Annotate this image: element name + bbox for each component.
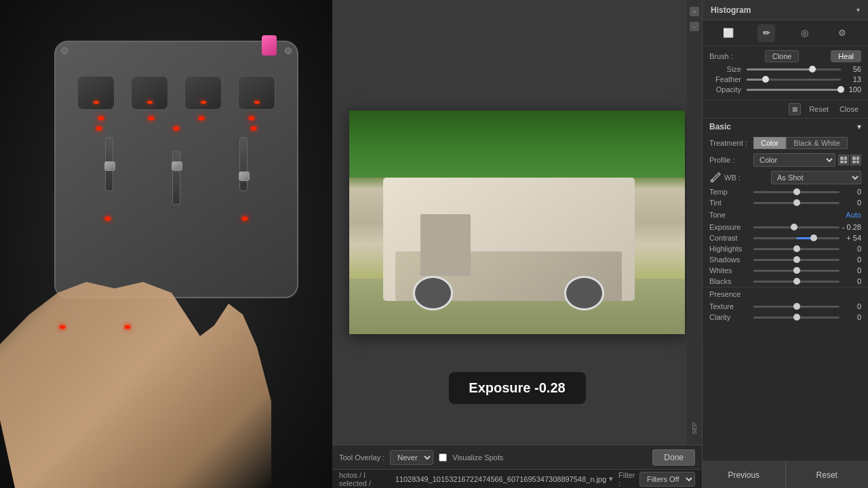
- treatment-row: Treatment : Color Black & White: [703, 135, 868, 151]
- grid-btn-1[interactable]: [838, 155, 849, 165]
- side-strip-btn-2[interactable]: –: [690, 22, 699, 31]
- tint-track[interactable]: [753, 202, 840, 204]
- presence-label: Presence: [709, 290, 741, 298]
- tool-overlay-select[interactable]: Never: [390, 450, 433, 465]
- ctrl-btn-3[interactable]: [184, 76, 222, 110]
- clarity-track[interactable]: [753, 317, 840, 319]
- clarity-label: Clarity: [709, 313, 753, 321]
- heal-button[interactable]: Heal: [831, 50, 861, 62]
- ctrl-btn-4[interactable]: [238, 76, 275, 110]
- temp-track[interactable]: [753, 191, 840, 193]
- done-button[interactable]: Done: [652, 449, 695, 466]
- side-strip-btn-1[interactable]: +: [690, 7, 699, 16]
- left-panel: [0, 0, 332, 488]
- exposure-track[interactable]: [753, 226, 840, 228]
- adjustments-list[interactable]: Basic ▾ Treatment : Color Black & White …: [703, 119, 868, 461]
- tint-value: 0: [840, 199, 861, 207]
- histogram-arrow: ▾: [856, 6, 860, 14]
- slider-led-1: [96, 127, 102, 130]
- grid-btn-2[interactable]: [850, 155, 861, 165]
- controller-slider-1[interactable]: [105, 137, 113, 191]
- profile-grid-buttons: [838, 155, 861, 165]
- opacity-track[interactable]: [747, 89, 841, 91]
- side-strip: + – SEP: [687, 0, 702, 445]
- treatment-label: Treatment :: [709, 139, 753, 147]
- bottom-led-1: [105, 217, 111, 220]
- heal-tool-icon[interactable]: ◎: [795, 24, 813, 42]
- exposure-overlay: Exposure -0.28: [448, 372, 585, 404]
- eyedropper-icon[interactable]: [709, 171, 722, 184]
- highlights-label: Highlights: [709, 245, 753, 253]
- size-track[interactable]: [747, 68, 841, 70]
- controller-slider-2[interactable]: [172, 150, 180, 205]
- profile-select[interactable]: Color: [753, 153, 835, 167]
- bottom-led-row: [56, 215, 297, 222]
- shadows-label: Shadows: [709, 256, 753, 264]
- opacity-row: Opacity 100: [709, 85, 861, 94]
- controller-slider-3[interactable]: [239, 137, 248, 191]
- bw-button[interactable]: Black & White: [786, 137, 847, 149]
- whites-track[interactable]: [753, 270, 840, 272]
- tint-row: Tint 0: [703, 197, 868, 208]
- bottom-toolbar: Tool Overlay : Never Visualize Spots Don…: [332, 445, 702, 469]
- led-3: [199, 117, 204, 120]
- texture-label: Texture: [709, 302, 753, 310]
- highlights-value: 0: [840, 245, 861, 253]
- photo-area: + – SEP Exposure -0.28: [332, 0, 702, 445]
- reset-bottom-button[interactable]: Reset: [786, 462, 869, 488]
- temp-value: 0: [840, 188, 861, 196]
- brush-tool-icon[interactable]: ✏: [757, 24, 775, 42]
- filename-bar: hotos / I selected / 11028349_1015321672…: [332, 469, 702, 488]
- filename-text: 11028349_10153216722474566_6071695347308…: [395, 475, 606, 483]
- feather-track[interactable]: [747, 79, 841, 81]
- texture-track[interactable]: [753, 306, 840, 308]
- reset-close-row: ▦ Reset Close: [703, 100, 868, 119]
- settings-tool-icon[interactable]: ⚙: [833, 24, 851, 42]
- photo-jeep: [383, 178, 635, 301]
- visualize-spots-checkbox[interactable]: [439, 453, 447, 462]
- reset-button[interactable]: Reset: [806, 104, 831, 114]
- extra-led-row: [60, 325, 130, 329]
- shadows-track[interactable]: [753, 259, 840, 261]
- checkerboard-icon[interactable]: ▦: [789, 103, 801, 115]
- size-value: 56: [841, 65, 861, 73]
- highlights-track[interactable]: [753, 248, 840, 250]
- photo-trees: [349, 110, 685, 178]
- led-1: [98, 117, 104, 120]
- feather-label: Feather: [709, 75, 747, 83]
- blacks-track[interactable]: [753, 281, 840, 283]
- close-button[interactable]: Close: [837, 104, 861, 114]
- sliders-area: [56, 127, 297, 215]
- ctrl-btn-2[interactable]: [131, 76, 168, 110]
- exposure-value: - 0.28: [840, 223, 861, 231]
- color-button[interactable]: Color: [753, 137, 786, 149]
- contrast-track[interactable]: [753, 237, 840, 239]
- blacks-row: Blacks 0: [703, 276, 868, 287]
- wb-label: WB :: [724, 174, 768, 182]
- wb-select[interactable]: As Shot: [771, 171, 861, 184]
- previous-button[interactable]: Previous: [703, 462, 786, 488]
- exposure-text: Exposure -0.28: [469, 380, 565, 395]
- temp-label: Temp: [709, 188, 753, 196]
- hand-overlay: [0, 271, 271, 488]
- brush-section: Brush : Clone Heal Size 56 Feather: [703, 46, 868, 100]
- bottom-led-2: [242, 217, 248, 220]
- crop-tool-icon[interactable]: ⬜: [719, 24, 737, 42]
- photo-inner: [349, 110, 685, 334]
- histogram-header: Histogram ▾: [703, 0, 868, 20]
- presence-header: Presence: [703, 287, 868, 301]
- led-row-1: [56, 113, 297, 123]
- tone-auto-button[interactable]: Auto: [846, 211, 861, 219]
- clone-button[interactable]: Clone: [765, 50, 800, 62]
- filters-select[interactable]: Filters Off: [639, 472, 695, 487]
- main-layout: + – SEP Exposure -0.28 Tool Overlay : Ne…: [0, 0, 868, 488]
- slider-led-3: [251, 127, 256, 130]
- tone-label: Tone: [709, 211, 726, 219]
- right-panel: Histogram ▾ ⬜ ✏ ◎ ⚙ Brush : Clone Heal S…: [702, 0, 868, 488]
- contrast-row: Contrast + 54: [703, 232, 868, 243]
- contrast-value: + 54: [840, 234, 861, 242]
- tool-overlay-label: Tool Overlay :: [339, 453, 384, 462]
- exposure-label: Exposure: [709, 223, 753, 231]
- hardware-background: [0, 0, 332, 488]
- ctrl-btn-1[interactable]: [77, 76, 115, 110]
